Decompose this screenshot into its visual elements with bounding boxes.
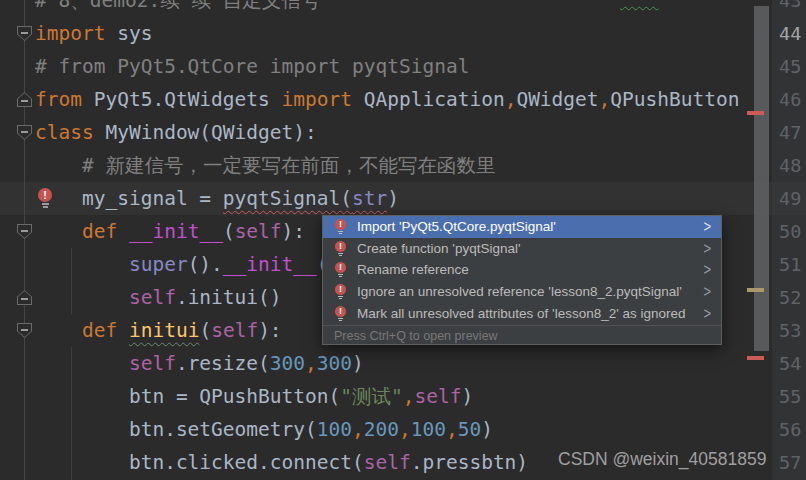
intention-item-label: Create function 'pyqtSignal'	[357, 241, 521, 256]
code-token: 300	[317, 352, 352, 375]
code-line-47[interactable]: class MyWindow(QWidget):	[0, 116, 806, 149]
fold-collapse-icon[interactable]	[17, 125, 32, 140]
line-number-45[interactable]: 45	[772, 50, 806, 83]
code-token: import	[35, 22, 105, 45]
code-token: initui	[129, 319, 199, 342]
code-token: 100	[411, 418, 446, 441]
line-number-54[interactable]: 54	[772, 347, 806, 380]
code-token: .pressbtn)	[411, 451, 528, 474]
code-line-43[interactable]: # 8、demo2.续 续 自定义信号	[0, 0, 806, 17]
code-line-49[interactable]: my_signal = pyqtSignal(str)	[0, 182, 806, 215]
editor-scrollbar[interactable]	[752, 0, 772, 480]
red-bulb-icon: !	[335, 284, 347, 299]
fold-collapse-icon[interactable]	[17, 323, 32, 338]
code-token: self	[414, 385, 461, 408]
submenu-arrow-icon: >	[703, 303, 711, 323]
code-token	[35, 319, 82, 342]
code-token: QPushButton	[610, 88, 739, 111]
code-token: btn = QPushButton(	[35, 385, 340, 408]
code-token: # 8、demo2.续 续 自定义信号	[35, 0, 320, 12]
line-number-47[interactable]: 47	[772, 116, 806, 149]
intention-item[interactable]: !Rename reference>	[323, 259, 721, 281]
code-token: self	[235, 220, 282, 243]
code-line-55[interactable]: btn = QPushButton("测试",self)	[0, 380, 806, 413]
code-token: ,	[599, 88, 611, 111]
code-token	[35, 352, 129, 375]
code-token: QWidget	[516, 88, 598, 111]
code-token: 100	[317, 418, 352, 441]
intention-item[interactable]: !Import 'PyQt5.QtCore.pyqtSignal'>	[323, 216, 721, 238]
warning-stripe-mark[interactable]	[747, 288, 764, 292]
code-token: my_signal =	[35, 187, 223, 210]
intention-item-label: Mark all unresolved attributes of 'lesso…	[357, 306, 686, 321]
scrollbar-thumb[interactable]	[754, 6, 769, 351]
code-token: from	[35, 88, 82, 111]
code-token: pyqtSignal(	[223, 187, 352, 210]
code-token: ):	[282, 220, 305, 243]
error-stripe-mark[interactable]	[747, 111, 764, 115]
line-number-46[interactable]: 46	[772, 83, 806, 116]
fold-collapse-icon[interactable]	[17, 224, 32, 239]
red-bulb-icon: !	[335, 262, 347, 277]
code-token: 300	[270, 352, 305, 375]
code-line-54[interactable]: self.resize(300,300)	[0, 347, 806, 380]
line-number-53[interactable]: 53	[772, 314, 806, 347]
code-token: def	[82, 220, 117, 243]
submenu-arrow-icon: >	[703, 239, 711, 259]
intention-item-label: Import 'PyQt5.QtCore.pyqtSignal'	[357, 219, 556, 234]
code-line-48[interactable]: # 新建信号，一定要写在前面，不能写在函数里	[0, 149, 806, 182]
code-token: class	[35, 121, 94, 144]
code-line-44[interactable]: import sys	[0, 17, 806, 50]
error-bulb-icon[interactable]: !	[38, 188, 53, 208]
code-token: ,	[446, 418, 458, 441]
code-token: __init__	[129, 220, 223, 243]
line-number-50[interactable]: 50	[772, 215, 806, 248]
code-token: btn.setGeometry(	[35, 418, 317, 441]
code-token: # from PyQt5.QtCore import pyqtSignal	[35, 55, 469, 78]
popup-footer-hint: Press Ctrl+Q to open preview	[323, 325, 721, 347]
line-number-57[interactable]: 57	[772, 446, 806, 479]
line-number-49[interactable]: 49	[772, 182, 806, 215]
code-token: )	[387, 187, 399, 210]
code-token	[117, 319, 129, 342]
code-token: def	[82, 319, 117, 342]
line-number-44[interactable]: 44	[772, 17, 806, 50]
intention-item[interactable]: !Create function 'pyqtSignal'>	[323, 238, 721, 260]
code-token: ,	[305, 352, 317, 375]
ide-editor-window: # 8、demo2.续 续 自定义信号import sys# from PyQt…	[0, 0, 806, 480]
code-line-45[interactable]: # from PyQt5.QtCore import pyqtSignal	[0, 50, 806, 83]
intention-item-label: Rename reference	[357, 262, 469, 277]
code-line-56[interactable]: btn.setGeometry(100,200,100,50)	[0, 413, 806, 446]
code-token: # 新建信号，一定要写在前面，不能写在函数里	[82, 154, 495, 177]
code-token: )	[481, 418, 493, 441]
line-number-43[interactable]: 43	[772, 0, 806, 17]
code-line-46[interactable]: from PyQt5.QtWidgets import QApplication…	[0, 83, 806, 116]
intention-item[interactable]: !Ignore an unresolved reference 'lesson8…	[323, 281, 721, 303]
code-token: self	[211, 319, 258, 342]
fold-end-icon[interactable]	[17, 290, 32, 305]
code-token: MyWindow(QWidget):	[94, 121, 317, 144]
fold-collapse-icon[interactable]	[17, 26, 32, 41]
line-number-gutter: 434445464748495051525354555657	[772, 0, 806, 480]
code-token	[35, 286, 129, 309]
intention-item[interactable]: !Mark all unresolved attributes of 'less…	[323, 302, 721, 324]
code-token: PyQt5.QtWidgets	[82, 88, 282, 111]
code-token	[35, 253, 129, 276]
line-number-55[interactable]: 55	[772, 380, 806, 413]
line-number-52[interactable]: 52	[772, 281, 806, 314]
line-number-56[interactable]: 56	[772, 413, 806, 446]
line-number-48[interactable]: 48	[772, 149, 806, 182]
fold-end-icon[interactable]	[17, 92, 32, 107]
red-bulb-icon: !	[335, 219, 347, 234]
code-token: import	[282, 88, 352, 111]
code-token: 200	[364, 418, 399, 441]
code-token: (	[199, 319, 211, 342]
code-token: ,	[399, 418, 411, 441]
error-stripe-mark[interactable]	[747, 356, 764, 360]
intention-item-label: Ignore an unresolved reference 'lesson8_…	[357, 284, 682, 299]
red-bulb-icon: !	[335, 306, 347, 321]
code-token: __init__	[223, 253, 317, 276]
line-number-51[interactable]: 51	[772, 248, 806, 281]
code-token: self	[129, 286, 176, 309]
code-token	[35, 220, 82, 243]
